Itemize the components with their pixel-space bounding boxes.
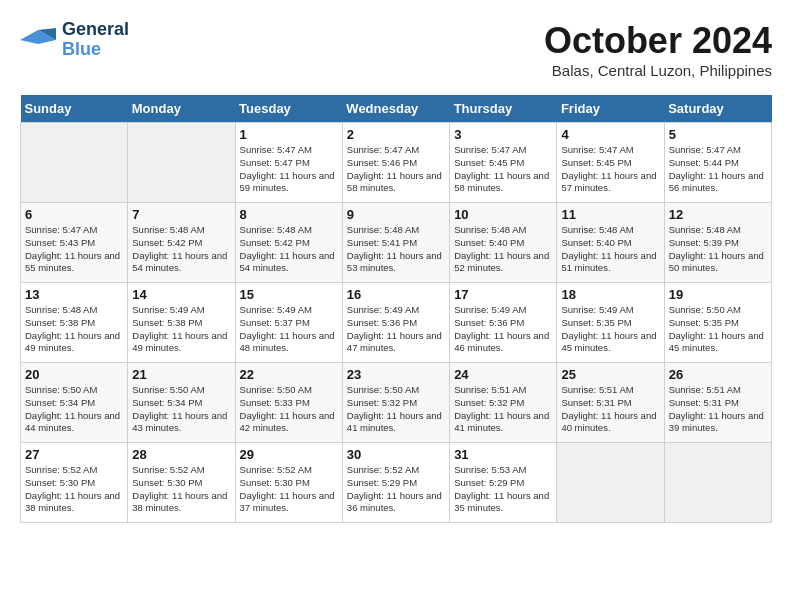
day-detail: Sunrise: 5:48 AM Sunset: 5:41 PM Dayligh… bbox=[347, 224, 445, 275]
day-of-week-header: Sunday bbox=[21, 95, 128, 123]
day-number: 10 bbox=[454, 207, 552, 222]
calendar-cell: 28Sunrise: 5:52 AM Sunset: 5:30 PM Dayli… bbox=[128, 443, 235, 523]
calendar-cell: 19Sunrise: 5:50 AM Sunset: 5:35 PM Dayli… bbox=[664, 283, 771, 363]
calendar-cell: 11Sunrise: 5:48 AM Sunset: 5:40 PM Dayli… bbox=[557, 203, 664, 283]
day-of-week-header: Saturday bbox=[664, 95, 771, 123]
calendar-cell bbox=[128, 123, 235, 203]
calendar-cell: 14Sunrise: 5:49 AM Sunset: 5:38 PM Dayli… bbox=[128, 283, 235, 363]
day-detail: Sunrise: 5:50 AM Sunset: 5:35 PM Dayligh… bbox=[669, 304, 767, 355]
day-number: 26 bbox=[669, 367, 767, 382]
day-detail: Sunrise: 5:51 AM Sunset: 5:31 PM Dayligh… bbox=[561, 384, 659, 435]
day-number: 7 bbox=[132, 207, 230, 222]
day-detail: Sunrise: 5:51 AM Sunset: 5:32 PM Dayligh… bbox=[454, 384, 552, 435]
calendar-cell: 1Sunrise: 5:47 AM Sunset: 5:47 PM Daylig… bbox=[235, 123, 342, 203]
day-number: 25 bbox=[561, 367, 659, 382]
calendar-cell bbox=[557, 443, 664, 523]
day-detail: Sunrise: 5:53 AM Sunset: 5:29 PM Dayligh… bbox=[454, 464, 552, 515]
day-detail: Sunrise: 5:50 AM Sunset: 5:32 PM Dayligh… bbox=[347, 384, 445, 435]
day-number: 15 bbox=[240, 287, 338, 302]
calendar-cell: 26Sunrise: 5:51 AM Sunset: 5:31 PM Dayli… bbox=[664, 363, 771, 443]
day-number: 31 bbox=[454, 447, 552, 462]
calendar-week-row: 6Sunrise: 5:47 AM Sunset: 5:43 PM Daylig… bbox=[21, 203, 772, 283]
day-number: 11 bbox=[561, 207, 659, 222]
calendar-cell: 6Sunrise: 5:47 AM Sunset: 5:43 PM Daylig… bbox=[21, 203, 128, 283]
calendar-week-row: 13Sunrise: 5:48 AM Sunset: 5:38 PM Dayli… bbox=[21, 283, 772, 363]
day-number: 12 bbox=[669, 207, 767, 222]
calendar-cell: 7Sunrise: 5:48 AM Sunset: 5:42 PM Daylig… bbox=[128, 203, 235, 283]
day-number: 22 bbox=[240, 367, 338, 382]
calendar-week-row: 27Sunrise: 5:52 AM Sunset: 5:30 PM Dayli… bbox=[21, 443, 772, 523]
logo: General Blue bbox=[20, 20, 129, 60]
day-detail: Sunrise: 5:50 AM Sunset: 5:34 PM Dayligh… bbox=[25, 384, 123, 435]
calendar-table: SundayMondayTuesdayWednesdayThursdayFrid… bbox=[20, 95, 772, 523]
calendar-cell: 20Sunrise: 5:50 AM Sunset: 5:34 PM Dayli… bbox=[21, 363, 128, 443]
day-number: 3 bbox=[454, 127, 552, 142]
calendar-cell: 21Sunrise: 5:50 AM Sunset: 5:34 PM Dayli… bbox=[128, 363, 235, 443]
day-number: 1 bbox=[240, 127, 338, 142]
logo-text: General Blue bbox=[62, 20, 129, 60]
calendar-cell: 5Sunrise: 5:47 AM Sunset: 5:44 PM Daylig… bbox=[664, 123, 771, 203]
day-detail: Sunrise: 5:48 AM Sunset: 5:40 PM Dayligh… bbox=[561, 224, 659, 275]
calendar-cell: 18Sunrise: 5:49 AM Sunset: 5:35 PM Dayli… bbox=[557, 283, 664, 363]
day-detail: Sunrise: 5:48 AM Sunset: 5:39 PM Dayligh… bbox=[669, 224, 767, 275]
day-number: 23 bbox=[347, 367, 445, 382]
day-number: 13 bbox=[25, 287, 123, 302]
day-number: 18 bbox=[561, 287, 659, 302]
calendar-cell: 30Sunrise: 5:52 AM Sunset: 5:29 PM Dayli… bbox=[342, 443, 449, 523]
calendar-cell: 24Sunrise: 5:51 AM Sunset: 5:32 PM Dayli… bbox=[450, 363, 557, 443]
location: Balas, Central Luzon, Philippines bbox=[544, 62, 772, 79]
calendar-cell: 15Sunrise: 5:49 AM Sunset: 5:37 PM Dayli… bbox=[235, 283, 342, 363]
calendar-cell bbox=[21, 123, 128, 203]
calendar-cell: 22Sunrise: 5:50 AM Sunset: 5:33 PM Dayli… bbox=[235, 363, 342, 443]
day-number: 2 bbox=[347, 127, 445, 142]
calendar-cell: 12Sunrise: 5:48 AM Sunset: 5:39 PM Dayli… bbox=[664, 203, 771, 283]
day-number: 6 bbox=[25, 207, 123, 222]
calendar-cell: 17Sunrise: 5:49 AM Sunset: 5:36 PM Dayli… bbox=[450, 283, 557, 363]
day-number: 28 bbox=[132, 447, 230, 462]
calendar-cell: 10Sunrise: 5:48 AM Sunset: 5:40 PM Dayli… bbox=[450, 203, 557, 283]
month-title: October 2024 bbox=[544, 20, 772, 62]
calendar-cell: 29Sunrise: 5:52 AM Sunset: 5:30 PM Dayli… bbox=[235, 443, 342, 523]
day-detail: Sunrise: 5:50 AM Sunset: 5:33 PM Dayligh… bbox=[240, 384, 338, 435]
day-detail: Sunrise: 5:48 AM Sunset: 5:42 PM Dayligh… bbox=[132, 224, 230, 275]
day-of-week-header: Thursday bbox=[450, 95, 557, 123]
calendar-cell: 13Sunrise: 5:48 AM Sunset: 5:38 PM Dayli… bbox=[21, 283, 128, 363]
day-detail: Sunrise: 5:47 AM Sunset: 5:45 PM Dayligh… bbox=[454, 144, 552, 195]
calendar-cell: 2Sunrise: 5:47 AM Sunset: 5:46 PM Daylig… bbox=[342, 123, 449, 203]
day-number: 29 bbox=[240, 447, 338, 462]
calendar-week-row: 20Sunrise: 5:50 AM Sunset: 5:34 PM Dayli… bbox=[21, 363, 772, 443]
day-detail: Sunrise: 5:47 AM Sunset: 5:44 PM Dayligh… bbox=[669, 144, 767, 195]
day-number: 20 bbox=[25, 367, 123, 382]
day-detail: Sunrise: 5:47 AM Sunset: 5:45 PM Dayligh… bbox=[561, 144, 659, 195]
calendar-cell: 4Sunrise: 5:47 AM Sunset: 5:45 PM Daylig… bbox=[557, 123, 664, 203]
day-number: 17 bbox=[454, 287, 552, 302]
day-detail: Sunrise: 5:52 AM Sunset: 5:30 PM Dayligh… bbox=[25, 464, 123, 515]
day-detail: Sunrise: 5:52 AM Sunset: 5:29 PM Dayligh… bbox=[347, 464, 445, 515]
day-detail: Sunrise: 5:49 AM Sunset: 5:36 PM Dayligh… bbox=[347, 304, 445, 355]
day-detail: Sunrise: 5:52 AM Sunset: 5:30 PM Dayligh… bbox=[240, 464, 338, 515]
day-number: 24 bbox=[454, 367, 552, 382]
calendar-week-row: 1Sunrise: 5:47 AM Sunset: 5:47 PM Daylig… bbox=[21, 123, 772, 203]
day-detail: Sunrise: 5:49 AM Sunset: 5:35 PM Dayligh… bbox=[561, 304, 659, 355]
day-of-week-header: Tuesday bbox=[235, 95, 342, 123]
day-detail: Sunrise: 5:48 AM Sunset: 5:42 PM Dayligh… bbox=[240, 224, 338, 275]
day-number: 30 bbox=[347, 447, 445, 462]
calendar-cell: 25Sunrise: 5:51 AM Sunset: 5:31 PM Dayli… bbox=[557, 363, 664, 443]
title-block: October 2024 Balas, Central Luzon, Phili… bbox=[544, 20, 772, 79]
day-detail: Sunrise: 5:48 AM Sunset: 5:40 PM Dayligh… bbox=[454, 224, 552, 275]
day-of-week-header: Monday bbox=[128, 95, 235, 123]
day-of-week-header: Friday bbox=[557, 95, 664, 123]
calendar-cell: 8Sunrise: 5:48 AM Sunset: 5:42 PM Daylig… bbox=[235, 203, 342, 283]
day-detail: Sunrise: 5:47 AM Sunset: 5:43 PM Dayligh… bbox=[25, 224, 123, 275]
day-of-week-header: Wednesday bbox=[342, 95, 449, 123]
day-number: 9 bbox=[347, 207, 445, 222]
day-detail: Sunrise: 5:47 AM Sunset: 5:47 PM Dayligh… bbox=[240, 144, 338, 195]
calendar-cell: 16Sunrise: 5:49 AM Sunset: 5:36 PM Dayli… bbox=[342, 283, 449, 363]
day-number: 27 bbox=[25, 447, 123, 462]
day-detail: Sunrise: 5:49 AM Sunset: 5:37 PM Dayligh… bbox=[240, 304, 338, 355]
day-number: 4 bbox=[561, 127, 659, 142]
day-number: 21 bbox=[132, 367, 230, 382]
day-detail: Sunrise: 5:48 AM Sunset: 5:38 PM Dayligh… bbox=[25, 304, 123, 355]
calendar-cell bbox=[664, 443, 771, 523]
calendar-cell: 9Sunrise: 5:48 AM Sunset: 5:41 PM Daylig… bbox=[342, 203, 449, 283]
